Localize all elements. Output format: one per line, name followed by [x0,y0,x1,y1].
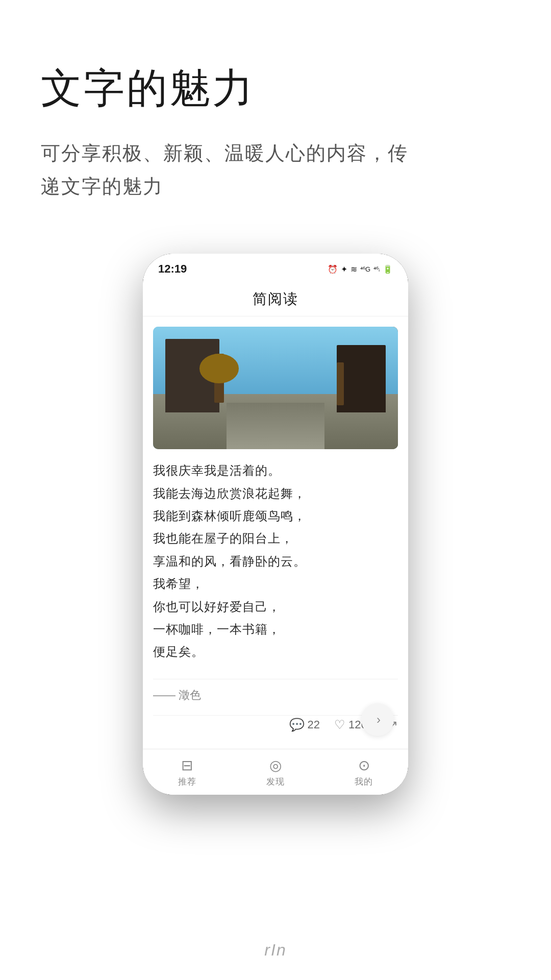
article-author: —— 澂色 [153,679,398,703]
nav-label-discover: 发现 [266,776,285,788]
bottom-hint: rIn [0,941,551,960]
wifi-icon: ≋ [350,264,357,274]
status-bar: 12:19 ⏰ ✦ ≋ ⁴⁶G ⁴⁶ᵢ 🔋 [143,254,408,280]
app-title-text: 简阅读 [253,291,298,307]
article-card: 我很庆幸我是活着的。 我能去海边欣赏浪花起舞， 我能到森林倾听鹿颂鸟鸣， 我也能… [153,327,398,732]
nav-label-profile: 我的 [355,776,373,788]
comment-icon: 💬 [289,718,305,732]
app-body[interactable]: 我很庆幸我是活着的。 我能去海边欣赏浪花起舞， 我能到森林倾听鹿颂鸟鸣， 我也能… [143,316,408,749]
app-header: 简阅读 [143,280,408,316]
app-content: 简阅读 [143,280,408,795]
phone-mockup: 12:19 ⏰ ✦ ≋ ⁴⁶G ⁴⁶ᵢ 🔋 简阅读 [143,254,408,795]
recommend-icon: ⊟ [181,757,193,774]
status-icons: ⏰ ✦ ≋ ⁴⁶G ⁴⁶ᵢ 🔋 [328,264,393,274]
article-image [153,327,398,449]
comment-count: 22 [308,718,320,731]
heart-icon: ♡ [334,718,345,732]
bluetooth-icon: ✦ [341,264,347,274]
scene-building-right [337,345,386,412]
scene-tree1 [214,354,224,403]
signal-4g1-icon: ⁴⁶G [360,265,370,273]
hero-subtitle: 可分享积极、新颖、温暖人心的内容，传递文字的魅力 [41,137,510,203]
profile-icon: ⊙ [358,757,370,774]
nav-item-profile[interactable]: ⊙ 我的 [320,757,408,788]
alarm-icon: ⏰ [328,264,338,274]
nav-label-recommend: 推荐 [178,776,196,788]
hero-title: 文字的魅力 [41,61,510,116]
scene-tree2 [337,362,344,405]
next-icon: › [377,713,381,727]
next-button[interactable]: › [361,703,394,736]
scene-road [227,403,324,449]
status-time: 12:19 [158,262,187,276]
discover-icon: ◎ [269,757,282,774]
battery-icon: 🔋 [383,264,393,274]
comment-action[interactable]: 💬 22 [289,718,320,732]
nav-item-discover[interactable]: ◎ 发现 [231,757,319,788]
article-text: 我很庆幸我是活着的。 我能去海边欣赏浪花起舞， 我能到森林倾听鹿颂鸟鸣， 我也能… [153,459,398,664]
phone-screen: 12:19 ⏰ ✦ ≋ ⁴⁶G ⁴⁶ᵢ 🔋 简阅读 [143,254,408,795]
hero-section: 文字的魅力 可分享积极、新颖、温暖人心的内容，传递文字的魅力 [0,0,551,233]
bottom-nav: ⊟ 推荐 ◎ 发现 ⊙ 我的 [143,749,408,795]
phone-wrapper: 12:19 ⏰ ✦ ≋ ⁴⁶G ⁴⁶ᵢ 🔋 简阅读 [0,233,551,815]
page: 文字的魅力 可分享积极、新颖、温暖人心的内容，传递文字的魅力 12:19 ⏰ ✦… [0,0,551,980]
signal-4g2-icon: ⁴⁶ᵢ [373,265,380,273]
nav-item-recommend[interactable]: ⊟ 推荐 [143,757,231,788]
